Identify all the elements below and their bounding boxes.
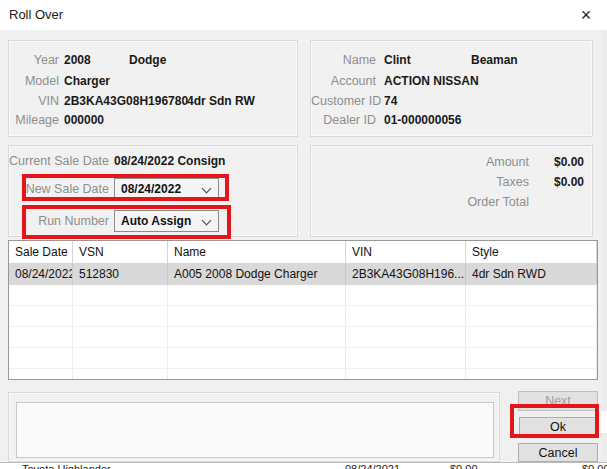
- dealer-id-label: Dealer ID: [311, 113, 376, 127]
- table-row[interactable]: 08/24/2022 512830 A005 2008 Dodge Charge…: [9, 264, 597, 285]
- order-total-label: Order Total: [429, 195, 529, 209]
- run-number-value: Auto Assign: [121, 214, 191, 228]
- cell-style: 4dr Sdn RWD: [466, 264, 597, 285]
- background-window-edge: [601, 30, 607, 462]
- roll-over-dialog: Roll Over × Year 2008 Dodge Model Charge…: [0, 0, 607, 469]
- close-icon: ×: [581, 5, 592, 25]
- cell-vsn: 512830: [73, 264, 168, 285]
- customer-id-value: 74: [384, 94, 397, 108]
- current-sale-date-value: 08/24/2022 Consign: [114, 154, 225, 168]
- page-title: Roll Over: [9, 0, 63, 30]
- column-header-name[interactable]: Name: [168, 241, 346, 263]
- vin-value: 2B3KA43G08H196780: [64, 94, 188, 108]
- make-value: Dodge: [129, 53, 166, 67]
- new-sale-date-label: New Sale Date: [9, 182, 109, 196]
- cell-vin: 2B3KA43G08H196...: [346, 264, 466, 285]
- background-text-fragment: $0.00: [450, 463, 478, 469]
- year-value: 2008: [64, 53, 91, 67]
- background-text-fragment: $0.00: [582, 463, 607, 469]
- mileage-value: 000000: [64, 113, 104, 127]
- table-empty-row: [9, 285, 597, 306]
- dealer-id-value: 01-000000056: [384, 113, 461, 127]
- current-sale-date-label: Current Sale Date: [9, 154, 109, 168]
- column-header-vin[interactable]: VIN: [346, 241, 466, 263]
- run-number-dropdown[interactable]: Auto Assign: [114, 210, 219, 232]
- customer-group: Name Clint Beaman Account ACTION NISSAN …: [310, 40, 593, 137]
- name-label: Name: [311, 53, 376, 67]
- vin-label: VIN: [13, 94, 59, 108]
- taxes-label: Taxes: [429, 175, 529, 189]
- vehicle-group: Year 2008 Dodge Model Charger VIN 2B3KA4…: [8, 40, 298, 137]
- close-button[interactable]: ×: [572, 3, 600, 27]
- table-empty-row: [9, 327, 597, 348]
- column-header-sale-date[interactable]: Sale Date: [9, 241, 73, 263]
- customer-id-label: Customer ID: [311, 94, 376, 108]
- taxes-value: $0.00: [554, 175, 584, 189]
- column-header-vsn[interactable]: VSN: [73, 241, 168, 263]
- background-text-fragment: 08/24/2021: [345, 463, 400, 469]
- account-label: Account: [311, 74, 376, 88]
- model-label: Model: [13, 74, 59, 88]
- sale-items-table: Sale Date VSN Name VIN Style 08/24/2022 …: [8, 240, 598, 380]
- chevron-down-icon: [202, 216, 212, 226]
- table-empty-row: [9, 369, 597, 380]
- ok-button[interactable]: Ok: [519, 417, 597, 436]
- table-header-row: Sale Date VSN Name VIN Style: [9, 241, 597, 264]
- chevron-down-icon: [202, 184, 212, 194]
- background-window-row: Toyota Highlander 08/24/2021 $0.00 $0.00: [0, 462, 607, 469]
- new-sale-date-value: 08/24/2022: [121, 182, 181, 196]
- year-label: Year: [13, 53, 59, 67]
- amount-value: $0.00: [554, 155, 584, 169]
- column-header-style[interactable]: Style: [466, 241, 597, 263]
- cancel-button[interactable]: Cancel: [518, 443, 598, 462]
- last-name-value: Beaman: [471, 53, 518, 67]
- notes-input[interactable]: [16, 402, 494, 458]
- background-text-fragment: Toyota Highlander: [22, 463, 111, 469]
- amount-label: Amount: [429, 155, 529, 169]
- model-value: Charger: [64, 74, 110, 88]
- sale-date-group: Current Sale Date 08/24/2022 Consign New…: [8, 145, 298, 237]
- totals-group: Amount $0.00 Taxes $0.00 Order Total: [310, 145, 593, 237]
- cell-name: A005 2008 Dodge Charger: [168, 264, 346, 285]
- first-name-value: Clint: [384, 53, 411, 67]
- background-window-edge: [601, 411, 607, 433]
- run-number-label: Run Number: [9, 214, 109, 228]
- next-button[interactable]: Next: [518, 391, 598, 411]
- title-bar: Roll Over ×: [0, 0, 607, 30]
- new-sale-date-dropdown[interactable]: 08/24/2022: [114, 178, 219, 200]
- mileage-label: Mileage: [13, 113, 59, 127]
- table-empty-row: [9, 348, 597, 369]
- table-empty-row: [9, 306, 597, 327]
- cell-sale-date: 08/24/2022: [9, 264, 73, 285]
- account-value: ACTION NISSAN: [384, 74, 479, 88]
- style-value: 4dr Sdn RW: [187, 94, 255, 108]
